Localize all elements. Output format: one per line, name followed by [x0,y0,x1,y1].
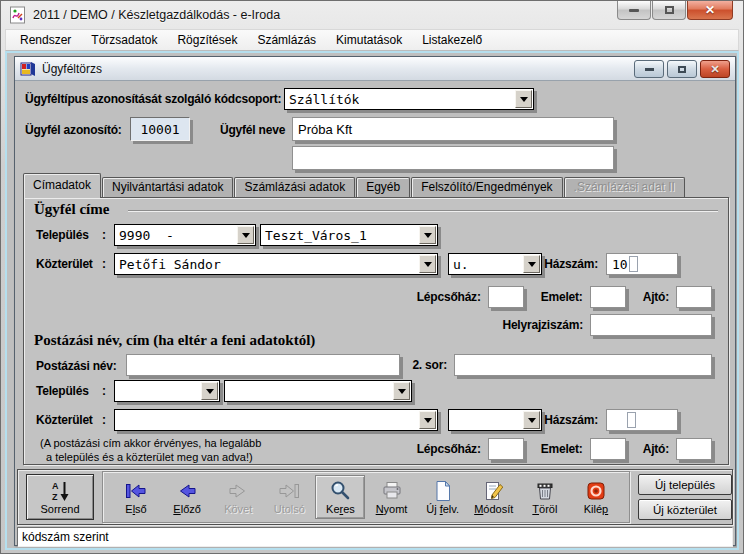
address-section-heading: Ügyfél címe [34,201,109,218]
client-id-value: 10001 [140,122,179,137]
postal-city-dropdown-icon[interactable] [393,382,410,400]
next-label: Követ [224,503,252,515]
postal-street-dropdown-icon[interactable] [419,411,436,429]
postal-door-input[interactable] [676,438,712,460]
exit-button[interactable]: Kilép [571,475,621,519]
postal-street-combo[interactable] [114,409,438,431]
postal-staircase-label: Lépcsőház: [417,442,481,456]
first-label: Első [125,503,146,515]
client-name-input[interactable]: Próba Kft [292,117,614,141]
staircase-input[interactable] [488,286,524,308]
postal-stair-floor-door-row: Lépcsőház: Emelet: Ajtó: [417,438,712,460]
dialog-minimize-button[interactable] [634,60,664,78]
prev-label: Előző [173,503,201,515]
postal-staircase-input[interactable] [488,438,524,460]
menu-kimutatasok[interactable]: Kimutatások [326,31,412,49]
postal-floor-input[interactable] [590,438,626,460]
codegroup-value: Szállítók [285,92,359,107]
first-arrow-icon [123,479,149,503]
mdi-client-area: Ügyféltörzs ✕ Ügyféltípus azonosítását s… [5,51,739,550]
postal-street-type-dropdown-icon[interactable] [523,411,540,429]
postal-city-combo[interactable] [224,380,412,402]
new-street-button[interactable]: Új közterület [638,499,732,520]
menu-torzsadatok[interactable]: Törzsadatok [81,31,167,49]
tab-szamlazasi-adatok[interactable]: Számlázási adatok [234,177,355,197]
street-dropdown-icon[interactable] [419,255,436,273]
tab-egyeb[interactable]: Egyéb [356,177,410,197]
door-label: Ajtó: [643,290,669,304]
dialog-close-button[interactable]: ✕ [700,60,730,78]
sorrend-label: Sorrend [40,503,79,515]
screen: 2011 / DEMO / Készletgazdálkodás - e-Iro… [0,0,744,554]
postal-name-label: Postázási név: [36,359,117,373]
sorrend-button[interactable]: A Z Sorrend [26,474,94,520]
maximize-icon [665,6,674,14]
delete-button[interactable]: Töröl [520,475,570,519]
zip-value: 9990 - [115,228,174,243]
postal-door-label: Ajtó: [643,442,669,456]
tab-cimadatok[interactable]: Címadatok [23,173,101,198]
door-input[interactable] [676,286,712,308]
postal-house-number-input[interactable] [606,409,678,431]
prev-button[interactable]: Előző [162,475,212,519]
menu-szamlazas[interactable]: Számlázás [247,31,326,49]
first-button[interactable]: Első [111,475,161,519]
print-label: Nyomt [376,503,408,515]
menu-listakezelo[interactable]: Listakezelő [412,31,492,49]
dialog-door-icon [20,61,36,77]
city-dropdown-icon[interactable] [419,226,436,244]
client-name2-input[interactable] [292,146,614,170]
dialog-titlebar[interactable]: Ügyféltörzs ✕ [15,57,735,81]
main-window: 2011 / DEMO / Készletgazdálkodás - e-Iro… [0,0,744,554]
floor-input[interactable] [590,286,626,308]
next-button: Követ [213,475,263,519]
search-button[interactable]: Keres [315,475,365,519]
new-settlement-button[interactable]: Új település [638,474,732,495]
menu-rogzitesek[interactable]: Rögzítések [167,31,247,49]
postal-street-type-combo[interactable] [448,409,542,431]
dialog-maximize-icon [678,66,686,73]
close-button[interactable]: ✕ [687,1,733,20]
magnifier-icon [329,479,351,503]
house-number-input[interactable]: 10 [606,253,678,275]
street-value: Petőfi Sándor [115,257,221,272]
dialog-controls: ✕ [634,60,730,78]
postal-street-label: Közterület [36,413,93,427]
city-combo[interactable]: Teszt_Város_1 [260,224,438,246]
postal-validity-note: (A postázási cím akkor érvényes, ha lega… [40,436,261,464]
postal-section-heading: Postázási név, cím (ha eltér a feni adat… [34,332,315,349]
main-titlebar[interactable]: 2011 / DEMO / Készletgazdálkodás - e-Iro… [5,1,739,29]
line2-cluster: 2. sor: [412,354,712,376]
dialog-maximize-button[interactable] [667,60,697,78]
postal-zip-dropdown-icon[interactable] [201,382,218,400]
street-combo[interactable]: Petőfi Sándor [114,253,438,275]
settlement-label: Település [36,228,89,242]
window-title: 2011 / DEMO / Készletgazdálkodás - e-Iro… [33,8,280,22]
zip-dropdown-icon[interactable] [237,226,254,244]
postal-name-input[interactable] [126,354,400,376]
print-button[interactable]: Nyomt [367,475,417,519]
tab-nyilvantartasi-adatok[interactable]: Nyilvántartási adatok [102,177,233,197]
tab-szamlazasi-adat-2: .Számlázási adat II [564,177,685,197]
street-colon: : [102,257,106,271]
street-type-combo[interactable]: u. [448,253,542,275]
modify-button[interactable]: Módosít [469,475,519,519]
line2-input[interactable] [454,354,712,376]
house-number-cluster: Házszám: 10 [544,253,678,275]
maximize-button[interactable] [652,1,686,20]
zip-combo[interactable]: 9990 - [114,224,256,246]
menu-rendszer[interactable]: Rendszer [10,31,81,49]
settlement-colon: : [102,228,106,242]
street-type-dropdown-icon[interactable] [523,255,540,273]
codegroup-combo[interactable]: Szállítók [284,88,534,110]
tab-felszolito-engedmenyek[interactable]: Felszólító/Engedmények [411,177,562,197]
codegroup-dropdown-icon[interactable] [515,90,532,108]
parcel-number-input[interactable] [590,314,712,336]
dialog-minimize-icon [645,68,654,71]
exit-icon [585,479,607,503]
new-record-button[interactable]: Új felv. [418,475,468,519]
postal-zip-combo[interactable] [114,380,220,402]
menubar: Rendszer Törzsadatok Rögzítések Számlázá… [5,29,739,51]
minimize-button[interactable] [617,1,651,20]
client-id-box: 10001 [130,117,190,141]
